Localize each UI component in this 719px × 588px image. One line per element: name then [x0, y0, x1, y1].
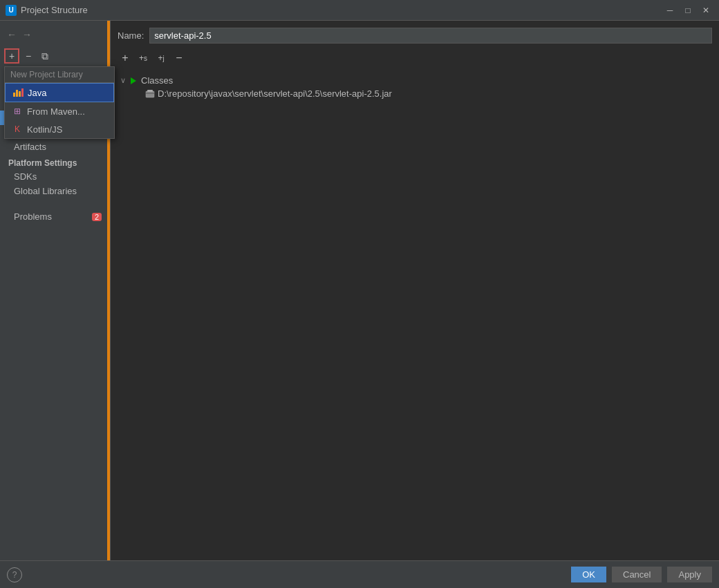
name-row: Name: — [118, 28, 712, 44]
content-area: Name: + +s +j − ∨ Classes — [111, 21, 719, 560]
apply-button[interactable]: Apply — [667, 567, 712, 582]
svg-marker-0 — [131, 77, 136, 84]
dropdown-header: New Project Library — [5, 67, 114, 83]
add-javadoc-button[interactable]: +j — [153, 50, 169, 66]
ok-button[interactable]: OK — [571, 567, 606, 582]
tree-toggle[interactable]: ∨ — [120, 76, 126, 85]
classes-label: Classes — [141, 75, 173, 86]
bar4 — [21, 88, 24, 97]
nav-arrows: ← → — [0, 26, 110, 43]
main-layout: ← → + − ⧉ New Project Library — [0, 21, 719, 560]
content-toolbar: + +s +j − — [118, 50, 712, 66]
name-label: Name: — [118, 30, 144, 41]
name-input[interactable] — [149, 28, 712, 44]
dropdown-item-maven[interactable]: ⊞ From Maven... — [5, 102, 114, 120]
add-classes-button[interactable]: + — [118, 50, 133, 66]
dropdown-item-java-label: Java — [28, 88, 46, 98]
back-button[interactable]: ← — [6, 29, 18, 40]
title-bar-buttons: ─ □ ✕ — [662, 3, 713, 18]
app-icon: U — [6, 5, 17, 16]
problems-label: Problems — [14, 211, 52, 222]
window-title: Project Structure — [21, 5, 88, 15]
help-button[interactable]: ? — [7, 567, 22, 582]
minimize-button[interactable]: ─ — [662, 3, 678, 18]
dropdown-item-kotlin[interactable]: K Kotlin/JS — [5, 120, 114, 138]
svg-rect-1 — [146, 91, 154, 97]
bottom-bar: ? OK Cancel Apply — [0, 560, 719, 588]
sidebar-item-sdks-label: SDKs — [14, 171, 37, 182]
java-icon — [12, 87, 24, 98]
sidebar-item-global-libraries-label: Global Libraries — [14, 186, 77, 196]
problems-badge: 2 — [92, 213, 102, 221]
sidebar-item-global-libraries[interactable]: Global Libraries — [0, 184, 110, 198]
title-bar-left: U Project Structure — [6, 5, 88, 16]
maven-icon: ⊞ — [12, 106, 23, 117]
close-button[interactable]: ✕ — [698, 3, 713, 18]
sidebar-item-sdks[interactable]: SDKs — [0, 169, 110, 184]
jar-icon — [145, 89, 155, 99]
jar-node[interactable]: D:\repository\javax\servlet\servlet-api\… — [118, 87, 712, 100]
jar-path: D:\repository\javax\servlet\servlet-api\… — [158, 88, 392, 99]
forward-button[interactable]: → — [21, 29, 33, 40]
classes-node[interactable]: ∨ Classes — [118, 74, 712, 87]
svg-rect-2 — [147, 90, 153, 92]
new-library-dropdown: New Project Library Java ⊞ — [4, 66, 115, 139]
kotlin-icon: K — [12, 124, 23, 135]
sidebar-toolbar: + − ⧉ New Project Library — [0, 46, 110, 66]
sidebar-item-problems[interactable]: Problems 2 — [0, 209, 110, 224]
dropdown-item-kotlin-label: Kotlin/JS — [27, 124, 62, 135]
tree-area: ∨ Classes — [118, 71, 712, 553]
title-bar: U Project Structure ─ □ ✕ — [0, 0, 719, 21]
remove-classes-button[interactable]: − — [171, 50, 187, 66]
java-bars-icon — [13, 88, 24, 97]
add-library-button[interactable]: + — [4, 48, 19, 64]
bar2 — [16, 90, 18, 97]
add-sources-button[interactable]: +s — [136, 50, 151, 66]
sidebar: ← → + − ⧉ New Project Library — [0, 21, 111, 560]
sidebar-item-artifacts[interactable]: Artifacts — [0, 140, 110, 154]
copy-library-button[interactable]: ⧉ — [37, 48, 53, 64]
dropdown-item-java[interactable]: Java — [5, 83, 114, 102]
remove-library-button[interactable]: − — [21, 48, 36, 64]
classes-icon — [129, 76, 138, 86]
sidebar-item-artifacts-label: Artifacts — [14, 142, 46, 152]
cancel-button[interactable]: Cancel — [612, 567, 662, 582]
bar1 — [13, 93, 15, 97]
maximize-button[interactable]: □ — [680, 3, 695, 18]
bottom-left: ? — [7, 567, 566, 582]
dropdown-item-maven-label: From Maven... — [27, 106, 85, 117]
bar3 — [19, 91, 21, 97]
platform-settings-label: Platform Settings — [0, 154, 110, 169]
